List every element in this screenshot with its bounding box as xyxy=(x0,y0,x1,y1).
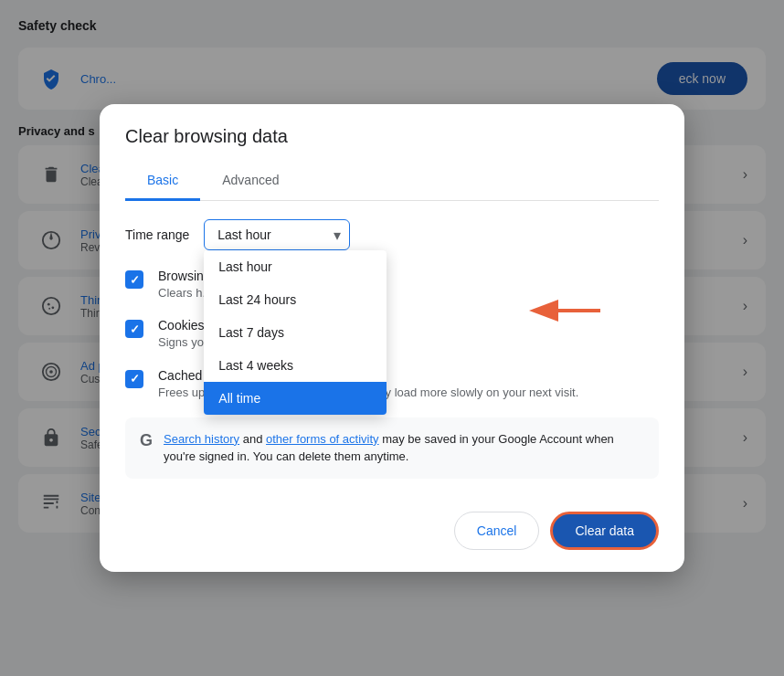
checkmark-icon: ✓ xyxy=(130,322,140,336)
time-range-select-wrapper: Last hour Last 24 hours Last 7 days Last… xyxy=(204,219,350,250)
tab-advanced[interactable]: Advanced xyxy=(200,162,301,201)
dialog-footer: Cancel Clear data xyxy=(100,497,684,572)
checkmark-icon: ✓ xyxy=(130,273,140,287)
google-g-icon: G xyxy=(140,431,153,450)
clear-browsing-dialog: Clear browsing data Basic Advanced Time … xyxy=(100,104,684,572)
dropdown-option-last-24[interactable]: Last 24 hours xyxy=(204,283,387,316)
dropdown-option-all-time[interactable]: All time xyxy=(204,382,387,415)
dropdown-option-last-hour[interactable]: Last hour xyxy=(204,250,387,283)
time-range-row: Time range Last hour Last 24 hours Last … xyxy=(125,219,659,250)
cancel-button[interactable]: Cancel xyxy=(454,512,540,550)
dialog-body: Time range Last hour Last 24 hours Last … xyxy=(100,201,684,497)
time-range-label: Time range xyxy=(125,227,189,242)
clear-data-button[interactable]: Clear data xyxy=(550,512,659,550)
info-text-between: and xyxy=(239,432,266,446)
dropdown-option-last-7[interactable]: Last 7 days xyxy=(204,316,387,349)
dialog-title: Clear browsing data xyxy=(125,126,659,147)
info-box-text: Search history and other forms of activi… xyxy=(164,430,644,466)
dialog-header: Clear browsing data Basic Advanced xyxy=(100,104,684,201)
dialog-tabs: Basic Advanced xyxy=(125,162,659,201)
time-range-dropdown: Last hour Last 24 hours Last 7 days Last… xyxy=(204,250,387,415)
modal-overlay: Clear browsing data Basic Advanced Time … xyxy=(0,0,784,676)
google-account-info-box: G Search history and other forms of acti… xyxy=(125,417,659,479)
checkbox-browsing-history-check[interactable]: ✓ xyxy=(125,270,143,289)
search-history-link[interactable]: Search history xyxy=(164,432,239,446)
other-forms-link[interactable]: other forms of activity xyxy=(266,432,379,446)
checkmark-icon: ✓ xyxy=(130,372,140,386)
time-range-select[interactable]: Last hour Last 24 hours Last 7 days Last… xyxy=(204,219,350,250)
checkbox-cached-check[interactable]: ✓ xyxy=(125,370,143,388)
tab-basic[interactable]: Basic xyxy=(125,162,200,201)
dropdown-option-last-4[interactable]: Last 4 weeks xyxy=(204,349,387,382)
checkbox-cookies-check[interactable]: ✓ xyxy=(125,320,143,338)
